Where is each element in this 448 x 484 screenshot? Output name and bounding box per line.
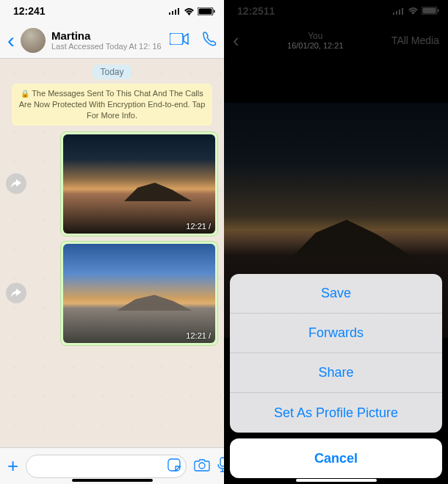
chat-screen: 12:241 ‹ Martina Last Accessed Today At … — [0, 0, 224, 484]
forward-icon[interactable] — [6, 173, 26, 194]
svg-rect-8 — [168, 459, 180, 471]
status-bar: 12:2511 — [224, 0, 448, 22]
svg-rect-12 — [396, 11, 397, 15]
encryption-text: The Messages Sent To This Chat And The C… — [19, 89, 206, 120]
svg-rect-0 — [169, 12, 170, 15]
chat-title-block[interactable]: Martina Last Accessed Today At 12: 16 — [51, 29, 170, 51]
action-sheet-group: Save Forwards Share Set As Profile Pictu… — [230, 274, 442, 433]
photo-thumbnail[interactable]: 12:21 / — [63, 134, 215, 234]
all-media-link[interactable]: TAll Media — [391, 35, 439, 46]
svg-rect-1 — [172, 11, 173, 15]
svg-rect-16 — [423, 8, 436, 14]
message-time: 12:21 / — [186, 331, 211, 340]
signal-icon — [393, 5, 405, 17]
message-time: 12:21 / — [186, 222, 211, 231]
photo-thumbnail[interactable]: 12:21 / — [63, 244, 215, 343]
svg-rect-11 — [393, 12, 394, 15]
wifi-icon — [184, 7, 195, 15]
svg-rect-7 — [170, 33, 183, 45]
svg-point-9 — [199, 463, 205, 469]
signal-icon — [169, 7, 181, 15]
status-time: 12:2511 — [237, 5, 275, 17]
message-row: 12:21 / — [6, 241, 218, 346]
encryption-notice[interactable]: 🔒 The Messages Sent To This Chat And The… — [12, 84, 212, 126]
action-save[interactable]: Save — [230, 274, 442, 314]
status-indicators — [169, 7, 215, 15]
last-seen: Last Accessed Today At 12: 16 — [51, 42, 170, 51]
home-indicator[interactable] — [72, 479, 153, 482]
cancel-button[interactable]: Cancel — [230, 438, 442, 478]
status-indicators — [393, 5, 439, 17]
attach-plus-icon[interactable]: + — [7, 455, 18, 477]
message-input[interactable] — [26, 455, 187, 478]
home-indicator[interactable] — [296, 479, 377, 482]
camera-icon[interactable] — [194, 458, 210, 474]
wifi-icon — [408, 5, 419, 17]
mic-icon[interactable] — [217, 457, 224, 476]
chat-body[interactable]: Today 🔒 The Messages Sent To This Chat A… — [0, 59, 224, 447]
message-row: 12:21 / — [6, 131, 218, 236]
svg-rect-3 — [178, 8, 179, 15]
back-chevron-icon[interactable]: ‹ — [7, 29, 15, 51]
svg-rect-5 — [199, 8, 212, 14]
lock-icon: 🔒 — [21, 90, 29, 98]
chat-header: ‹ Martina Last Accessed Today At 12: 16 — [0, 22, 224, 59]
action-share[interactable]: Share — [230, 353, 442, 393]
action-sheet: Save Forwards Share Set As Profile Pictu… — [224, 268, 448, 484]
battery-icon — [198, 7, 215, 15]
status-time: 12:241 — [13, 5, 46, 17]
svg-rect-17 — [438, 10, 439, 12]
contact-name: Martina — [51, 29, 170, 42]
svg-rect-14 — [402, 8, 403, 15]
media-viewer-screen: 12:2511 ‹ You 16/01/20, 12:21 TAll Media… — [224, 0, 448, 484]
message-bubble[interactable]: 12:21 / — [60, 241, 218, 346]
date-pill: Today — [93, 65, 131, 79]
svg-rect-13 — [399, 10, 400, 15]
media-sender: You — [287, 31, 343, 41]
battery-icon — [422, 5, 439, 17]
svg-rect-6 — [214, 10, 215, 12]
action-forwards[interactable]: Forwards — [230, 314, 442, 353]
media-header: ‹ You 16/01/20, 12:21 TAll Media — [224, 22, 448, 59]
video-call-icon[interactable] — [170, 33, 189, 48]
sticker-icon[interactable] — [167, 458, 181, 474]
status-bar: 12:241 — [0, 0, 224, 22]
svg-rect-2 — [175, 10, 176, 15]
forward-icon[interactable] — [6, 283, 26, 303]
media-timestamp: 16/01/20, 12:21 — [287, 41, 343, 50]
message-bubble[interactable]: 12:21 / — [60, 131, 218, 236]
back-chevron-icon[interactable]: ‹ — [233, 29, 239, 52]
action-set-profile-picture[interactable]: Set As Profile Picture — [230, 393, 442, 433]
voice-call-icon[interactable] — [202, 32, 217, 49]
avatar[interactable] — [21, 28, 46, 53]
